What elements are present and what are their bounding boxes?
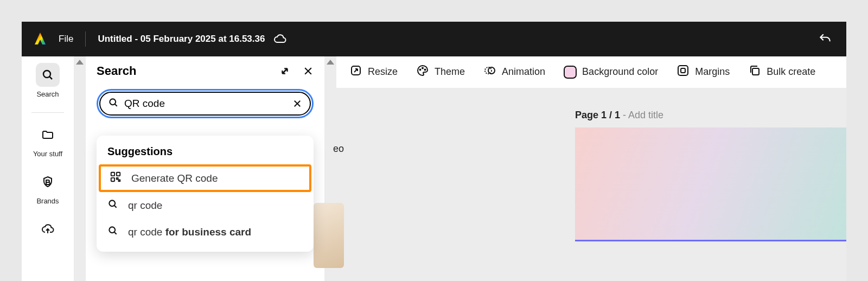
scroll-up-arrow-icon [76, 60, 84, 65]
app-window: File Untitled - 05 February 2025 at 16.5… [22, 22, 846, 281]
svg-rect-11 [117, 178, 118, 180]
margins-icon [676, 64, 690, 80]
search-panel-title: Search [97, 64, 136, 78]
resize-icon [349, 64, 362, 80]
cloud-upload-icon [36, 217, 60, 241]
toolbar-label: Margins [695, 66, 730, 78]
toolbar-label: Theme [435, 66, 465, 78]
search-field[interactable] [97, 89, 314, 118]
rail-item-search[interactable]: Search [22, 63, 74, 98]
svg-rect-12 [119, 180, 120, 182]
color-swatch-icon [564, 66, 577, 79]
page-title-hint: - Add title [620, 110, 663, 120]
svg-point-19 [422, 68, 423, 69]
app-logo[interactable] [33, 31, 48, 47]
suggestion-label: Generate QR code [131, 173, 218, 184]
rail-label: Your stuff [33, 150, 62, 158]
search-input[interactable] [124, 98, 287, 110]
svg-rect-24 [681, 68, 685, 73]
rail-label: Search [36, 90, 59, 98]
page-label[interactable]: Page 1 / 1 - Add title [575, 110, 846, 121]
toolbar-theme[interactable]: Theme [416, 64, 465, 80]
palette-icon [416, 64, 429, 80]
svg-rect-25 [752, 68, 759, 75]
scroll-up-arrow-icon [327, 60, 334, 65]
svg-line-16 [114, 232, 117, 234]
brand-icon [36, 170, 60, 194]
context-toolbar: Resize Theme [336, 56, 846, 88]
svg-line-1 [49, 76, 52, 79]
svg-point-15 [109, 227, 115, 233]
suggestion-label: qr code [128, 200, 162, 212]
svg-point-13 [109, 200, 115, 206]
search-icon [107, 199, 118, 212]
close-panel-button[interactable] [303, 66, 314, 76]
file-menu[interactable]: File [59, 34, 73, 44]
app-body: Search Your stuff Brands [22, 56, 846, 281]
template-thumbnail[interactable] [314, 203, 344, 268]
suggestion-qr-code[interactable]: qr code [97, 192, 314, 219]
cloud-sync-icon[interactable] [273, 33, 286, 46]
svg-point-20 [425, 69, 426, 71]
canvas-area: Resize Theme [336, 56, 846, 281]
svg-rect-10 [111, 178, 114, 181]
search-panel: Search [86, 56, 324, 281]
toolbar-label: Bulk create [767, 66, 815, 78]
toolbar-label: Resize [368, 66, 398, 78]
toolbar-label: Background color [582, 66, 658, 78]
filter-tab-fragment[interactable]: eo [333, 143, 344, 155]
artboard[interactable] [575, 127, 846, 241]
toolbar-resize[interactable]: Resize [349, 64, 398, 80]
topbar: File Untitled - 05 February 2025 at 16.5… [22, 22, 846, 56]
rail-separator [31, 112, 64, 113]
search-icon [107, 225, 118, 239]
undo-button[interactable] [815, 29, 835, 49]
suggestions-heading: Suggestions [97, 145, 314, 164]
animation-icon [483, 64, 496, 80]
svg-point-18 [420, 69, 421, 71]
search-icon [36, 63, 60, 87]
left-rail: Search Your stuff Brands [22, 56, 74, 281]
search-panel-header: Search [97, 64, 314, 78]
document-title[interactable]: Untitled - 05 February 2025 at 16.53.36 [98, 34, 265, 44]
expand-panel-button[interactable] [279, 65, 291, 77]
rail-item-upload[interactable] [22, 217, 74, 241]
svg-rect-8 [111, 173, 114, 176]
svg-rect-23 [678, 66, 688, 75]
bulk-create-icon [748, 64, 761, 80]
search-suggestions-dropdown: Suggestions Generate QR code [97, 136, 314, 252]
clear-search-button[interactable] [292, 99, 302, 108]
suggestion-label: qr code for business card [128, 226, 251, 238]
qr-code-icon [110, 171, 122, 186]
canvas-background[interactable]: Page 1 / 1 - Add title [336, 88, 846, 281]
separator [85, 31, 86, 47]
toolbar-background-color[interactable]: Background color [564, 66, 658, 79]
scroll-gutter-left[interactable] [74, 56, 86, 281]
toolbar-label: Animation [502, 66, 545, 78]
svg-line-14 [114, 206, 117, 208]
rail-item-your-stuff[interactable]: Your stuff [22, 123, 74, 158]
svg-point-0 [43, 71, 50, 78]
toolbar-margins[interactable]: Margins [676, 64, 730, 80]
suggestion-generate-qr-code[interactable]: Generate QR code [99, 164, 311, 192]
svg-rect-9 [117, 173, 120, 176]
suggestion-qr-code-business-card[interactable]: qr code for business card [97, 219, 314, 245]
toolbar-bulk-create[interactable]: Bulk create [748, 64, 815, 80]
svg-line-5 [115, 104, 117, 106]
folder-icon [36, 123, 60, 146]
svg-point-4 [110, 99, 116, 105]
rail-item-brands[interactable]: Brands [22, 170, 74, 205]
toolbar-animation[interactable]: Animation [483, 64, 545, 80]
page-counter: Page 1 / 1 [575, 110, 620, 120]
search-icon [108, 97, 119, 110]
rail-label: Brands [36, 197, 59, 205]
